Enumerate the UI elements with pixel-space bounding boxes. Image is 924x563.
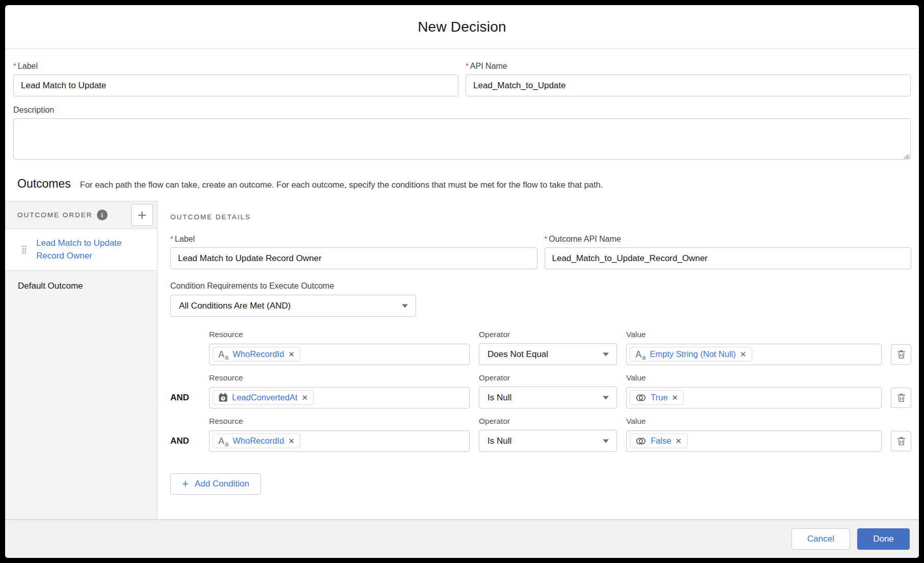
trash-icon [897, 393, 906, 402]
trash-icon [897, 437, 906, 446]
condition-requirements-value: All Conditions Are Met (AND) [179, 301, 291, 311]
outcome-api-name-input[interactable] [545, 247, 912, 269]
condition-requirements-label: Condition Requirements to Execute Outcom… [170, 282, 911, 291]
remove-pill-icon[interactable]: ✕ [288, 350, 295, 358]
resource-column-label: Resource [209, 330, 470, 339]
outcome-details-panel: OUTCOME DETAILS *Label *Outcome API Name… [158, 201, 919, 519]
remove-pill-icon[interactable]: ✕ [288, 437, 295, 445]
operator-column-label: Operator [479, 417, 617, 426]
delete-condition-button[interactable] [891, 388, 911, 408]
api-name-field-label: *API Name [466, 61, 911, 71]
text-type-icon: Aa [218, 437, 228, 446]
operator-value: Is Null [487, 436, 511, 446]
label-field-label: *Label [13, 61, 458, 71]
value-pill: Aa True ✕ [630, 390, 684, 405]
info-icon[interactable]: i [97, 210, 108, 220]
remove-pill-icon[interactable]: ✕ [675, 437, 682, 445]
value-pill-label[interactable]: Empty String (Not Null) [650, 349, 736, 359]
outcome-label-field-label: *Label [170, 234, 537, 244]
chevron-down-icon [402, 304, 408, 308]
operator-value: Is Null [487, 393, 511, 403]
operator-select[interactable]: Is Null [479, 387, 617, 408]
remove-pill-icon[interactable]: ✕ [740, 350, 747, 358]
api-name-input[interactable] [466, 74, 911, 96]
resource-input[interactable]: Aa WhoRecordId ✕ [209, 430, 470, 452]
done-button[interactable]: Done [857, 528, 910, 550]
required-asterisk: * [545, 234, 548, 243]
dialog-footer: Cancel Done [5, 519, 919, 558]
boolean-type-icon [635, 394, 647, 402]
outcome-list-item-default[interactable]: Default Outcome [5, 271, 157, 301]
value-pill-label[interactable]: True [651, 393, 668, 402]
value-column-label: Value [626, 330, 882, 339]
value-column-label: Value [626, 417, 882, 426]
plus-icon: + [182, 478, 189, 490]
resource-input[interactable]: Aa WhoRecordId ✕ [209, 344, 470, 365]
operator-select[interactable]: Is Null [479, 430, 617, 452]
operator-column-label: Operator [479, 373, 617, 382]
chevron-down-icon [603, 439, 609, 443]
outcome-order-title: OUTCOME ORDER [17, 211, 93, 219]
outcome-details-title: OUTCOME DETAILS [170, 213, 911, 221]
value-input[interactable]: Aa False ✕ [626, 430, 882, 452]
value-column-label: Value [626, 373, 882, 382]
resource-pill: Aa LeadConvertedAt ✕ [213, 390, 314, 405]
resource-pill-label[interactable]: WhoRecordId [233, 349, 284, 359]
value-input[interactable]: Aa Empty String (Not Null) ✕ [626, 344, 882, 365]
conditions-list: Resource Operator Value Aa WhoRecordId [170, 330, 911, 452]
chevron-down-icon [603, 352, 609, 356]
outcome-api-name-field-label: *Outcome API Name [545, 234, 912, 244]
decision-properties-form: *Label *API Name Description [5, 49, 919, 162]
outcome-item-label[interactable]: Lead Match to Update Record Owner [36, 237, 138, 262]
add-outcome-button[interactable]: + [131, 204, 153, 226]
value-pill-label[interactable]: False [651, 436, 671, 446]
resource-input[interactable]: Aa LeadConvertedAt ✕ [209, 387, 470, 408]
remove-pill-icon[interactable]: ✕ [672, 394, 678, 401]
resource-pill-label[interactable]: WhoRecordId [233, 436, 284, 446]
condition-row: Resource Operator Value Aa WhoRecordId [170, 330, 911, 365]
condition-requirements-select[interactable]: All Conditions Are Met (AND) [170, 295, 416, 317]
outcomes-heading: Outcomes [17, 177, 71, 191]
resource-pill-label[interactable]: LeadConvertedAt [232, 393, 297, 402]
label-input[interactable] [13, 74, 458, 96]
delete-condition-button[interactable] [891, 431, 911, 451]
outcomes-section-header: Outcomes For each path the flow can take… [5, 162, 919, 201]
required-asterisk: * [13, 61, 16, 70]
outcomes-description: For each path the flow can take, create … [80, 180, 603, 190]
operator-select[interactable]: Does Not Equal [479, 343, 617, 365]
outcome-list-item-selected[interactable]: ⣿ Lead Match to Update Record Owner [5, 229, 157, 271]
value-input[interactable]: Aa True ✕ [626, 387, 882, 408]
remove-pill-icon[interactable]: ✕ [301, 394, 308, 401]
text-type-icon: Aa [218, 350, 228, 359]
condition-logic-label: AND [170, 393, 200, 403]
condition-logic-label: AND [170, 436, 200, 446]
trash-icon [897, 350, 906, 359]
outcome-order-panel: OUTCOME ORDER i + ⣿ Lead Match to Update… [5, 201, 158, 519]
dialog-title: New Decision [418, 19, 506, 35]
new-decision-dialog: New Decision *Label *API Name Descriptio… [5, 5, 919, 558]
description-field-label: Description [13, 106, 911, 115]
outcome-label-input[interactable] [170, 247, 537, 269]
cancel-button[interactable]: Cancel [791, 528, 850, 550]
dialog-header: New Decision [5, 5, 919, 49]
required-asterisk: * [466, 61, 469, 70]
condition-row: Resource Operator Value AND Aa LeadConve [170, 373, 911, 408]
description-textarea[interactable] [13, 118, 911, 160]
operator-value: Does Not Equal [487, 349, 548, 360]
resource-column-label: Resource [209, 417, 470, 426]
boolean-type-icon [635, 437, 647, 445]
resource-pill: Aa WhoRecordId ✕ [213, 433, 300, 448]
required-asterisk: * [170, 234, 173, 243]
drag-handle-icon[interactable]: ⣿ [21, 246, 27, 253]
resource-column-label: Resource [209, 373, 470, 382]
operator-column-label: Operator [479, 330, 617, 339]
resource-pill: Aa WhoRecordId ✕ [213, 347, 300, 362]
condition-row: Resource Operator Value AND Aa WhoRecord [170, 417, 911, 452]
chevron-down-icon [603, 396, 609, 399]
value-pill: Aa False ✕ [630, 433, 687, 448]
value-pill: Aa Empty String (Not Null) ✕ [630, 347, 752, 362]
delete-condition-button[interactable] [891, 344, 911, 365]
text-type-icon: Aa [635, 350, 646, 359]
add-condition-button[interactable]: + Add Condition [170, 473, 261, 495]
datetime-type-icon [218, 393, 228, 402]
